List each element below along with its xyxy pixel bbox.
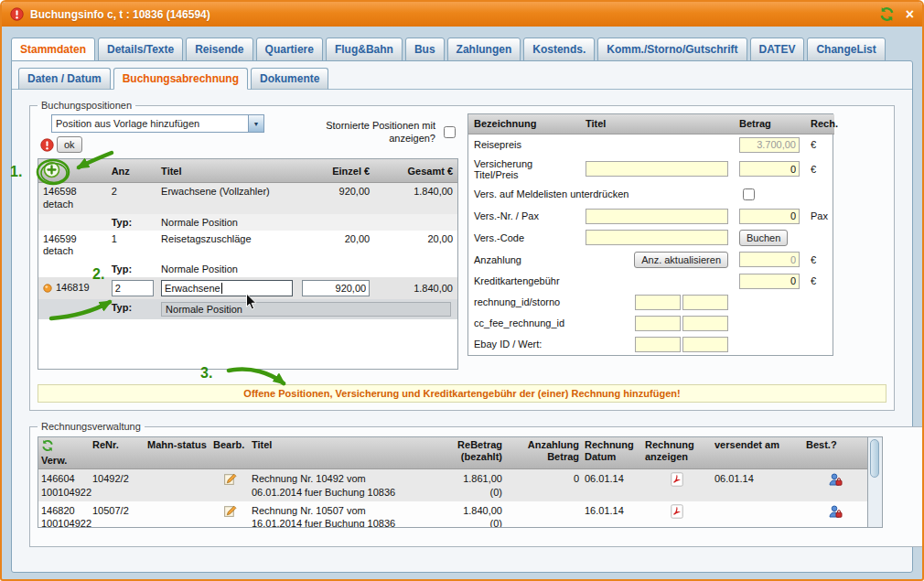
- positions-header-row: Anz Titel Einzel € Gesamt €: [38, 159, 457, 183]
- refresh-invoices-icon[interactable]: [41, 439, 54, 452]
- confirm-person-icon[interactable]: [828, 472, 843, 487]
- position-gesamt: 1.840,00: [374, 183, 457, 214]
- col-mahnstatus: Mahn-status: [145, 437, 210, 469]
- invoices-header-row: Verw. ReNr. Mahn-status Bearb. Titel ReB…: [38, 437, 867, 469]
- edit-anz-input[interactable]: [112, 280, 154, 296]
- tab-reisende[interactable]: Reisende: [186, 38, 252, 61]
- window-title: Buchungsinfo c, t : 10836 (146594): [30, 8, 868, 21]
- position-edit-row: 146819 Erwachsene: [38, 277, 457, 299]
- scrollbar-thumb[interactable]: [870, 439, 879, 478]
- versicherung-betrag-input[interactable]: [739, 161, 800, 177]
- edit-titel-input[interactable]: Erwachsene: [161, 280, 293, 296]
- anzahlung-input: [739, 252, 800, 267]
- position-row: 146599detach 1 Reisetagszuschläge 20,00 …: [38, 231, 457, 262]
- cc-fee-input-1[interactable]: [635, 316, 681, 331]
- kreditkarte-input[interactable]: [739, 274, 800, 289]
- tab-flug-bahn[interactable]: Flug&Bahn: [326, 38, 403, 61]
- invoices-table-panel: Verw. ReNr. Mahn-status Bearb. Titel ReB…: [38, 436, 868, 528]
- pax-unit: Pax: [805, 206, 834, 227]
- vers-nr-row: Vers.-Nr. / Pax Pax: [468, 206, 834, 227]
- storno-checkbox-label: Stornierte Positionen mit anzeigen?: [296, 119, 435, 145]
- tab-changelist[interactable]: ChangeList: [807, 38, 885, 61]
- subtab-dokumente[interactable]: Dokumente: [251, 68, 328, 90]
- position-einzel: 20,00: [295, 231, 374, 262]
- rechnung-id-input-1[interactable]: [635, 295, 681, 310]
- invoice-titel: Rechnung Nr. 10507 vom 16.01.2014 fuer B…: [249, 501, 418, 528]
- reisepreis-row: Reisepreis €: [468, 134, 834, 156]
- position-einzel: 920,00: [295, 183, 374, 214]
- refresh-button[interactable]: [879, 6, 895, 22]
- rechnung-id-input-2[interactable]: [682, 295, 728, 310]
- col-renr: ReNr.: [90, 437, 145, 469]
- close-icon: ×: [906, 7, 914, 22]
- edit-invoice-icon[interactable]: [223, 504, 237, 518]
- confirm-person-icon[interactable]: [828, 504, 843, 519]
- position-typ-row: Typ: Normale Position: [38, 214, 457, 231]
- storno-checkbox[interactable]: [444, 126, 456, 138]
- position-anz: 2: [107, 183, 156, 214]
- buchen-button[interactable]: Buchen: [739, 230, 788, 246]
- meldelisten-checkbox[interactable]: [743, 188, 755, 200]
- eur-symbol: €: [805, 156, 834, 183]
- position-gesamt: 1.840,00: [374, 277, 457, 299]
- tab-quartiere[interactable]: Quartiere: [256, 38, 323, 61]
- invoice-bezahlt: (0): [421, 486, 502, 499]
- tab-zahlungen[interactable]: Zahlungen: [447, 38, 521, 61]
- subtab-buchungsabrechnung[interactable]: Buchungsabrechnung: [113, 68, 248, 90]
- tab-stammdaten[interactable]: Stammdaten: [11, 38, 95, 61]
- booking-info-window: Buchungsinfo c, t : 10836 (146594) × Sta…: [0, 0, 924, 581]
- ebay-wert-input[interactable]: [682, 337, 728, 352]
- anzahlung-aktualisieren-button[interactable]: Anz. aktualisieren: [634, 252, 728, 268]
- invoice-anzahlung: 0: [505, 469, 582, 501]
- pdf-icon[interactable]: [671, 472, 683, 487]
- cc-fee-input-2[interactable]: [682, 316, 728, 331]
- versicherung-label: Versicherung Titel/Preis: [468, 156, 580, 183]
- position-gesamt: 20,00: [374, 231, 457, 262]
- eur-symbol: €: [805, 134, 834, 156]
- col-best: Best.?: [803, 437, 867, 469]
- anzahlung-row: Anzahlung Anz. aktualisieren €: [468, 249, 834, 271]
- invoice-verw-sub: 100104922: [41, 486, 87, 499]
- template-controls: Position aus Vorlage hinzufügen ▼ ok: [38, 114, 264, 153]
- tab-datev[interactable]: DATEV: [750, 38, 805, 61]
- col-einzel: Einzel €: [295, 159, 374, 183]
- titlebar: Buchungsinfo c, t : 10836 (146594) ×: [2, 2, 922, 27]
- eur-symbol: €: [805, 271, 834, 292]
- rechnung-id-row: rechnung_id/storno: [468, 292, 834, 313]
- reisepreis-label: Reisepreis: [468, 134, 580, 156]
- edit-einzel-input[interactable]: [302, 280, 370, 296]
- typ-value-box: Normale Position: [161, 302, 451, 317]
- cc-fee-label: cc_fee_rechnung_id: [468, 313, 580, 334]
- invoice-bezahlt: (0): [421, 517, 502, 528]
- invoices-scrollbar[interactable]: [868, 436, 883, 528]
- detach-link[interactable]: detach: [43, 245, 102, 258]
- storno-filter: Stornierte Positionen mit anzeigen?: [296, 114, 458, 153]
- invoice-verw-id: 146820: [41, 504, 87, 517]
- add-position-button[interactable]: [43, 161, 60, 178]
- vers-nr-label: Vers.-Nr. / Pax: [468, 206, 580, 227]
- col-rechnung-anzeigen: Rechnung anzeigen: [642, 437, 712, 469]
- edit-invoice-icon[interactable]: [223, 472, 237, 486]
- tab-bus[interactable]: Bus: [405, 38, 445, 61]
- vers-nr-input[interactable]: [586, 209, 728, 224]
- tab-details-texte[interactable]: Details/Texte: [98, 38, 183, 61]
- col-rebetrag: ReBetrag (bezahlt): [418, 437, 505, 469]
- position-template-select[interactable]: Position aus Vorlage hinzufügen ▼: [51, 114, 264, 133]
- warning-icon: [40, 138, 54, 152]
- kreditkarte-label: Kreditkartengebühr: [468, 271, 580, 292]
- tab-komm-storno-gutschrift[interactable]: Komm./Storno/Gutschrift: [597, 38, 747, 61]
- tab-kostends[interactable]: Kostends.: [523, 38, 595, 61]
- vers-code-input[interactable]: [586, 230, 728, 245]
- typ-value: Normale Position: [156, 214, 457, 231]
- detach-link[interactable]: detach: [43, 199, 102, 211]
- ok-button[interactable]: ok: [57, 136, 82, 153]
- invoice-row: 146820100104922 10507/2 Rechnung Nr. 105…: [38, 501, 867, 528]
- close-button[interactable]: ×: [906, 7, 914, 22]
- subtab-daten-datum[interactable]: Daten / Datum: [18, 68, 111, 90]
- pdf-icon[interactable]: [671, 504, 683, 519]
- versicherung-titel-input[interactable]: [586, 161, 728, 177]
- warning-icon: [10, 7, 24, 21]
- vers-nr-pax-input[interactable]: [739, 209, 800, 224]
- col-rechnung-datum: Rechnung Datum: [582, 437, 642, 469]
- ebay-id-input[interactable]: [635, 337, 681, 352]
